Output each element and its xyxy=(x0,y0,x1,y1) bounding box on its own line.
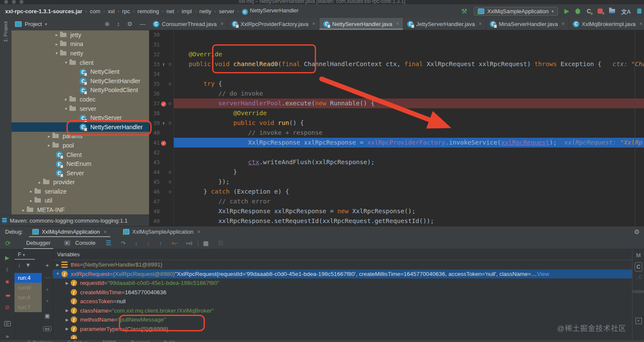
code-line[interactable]: @Override xyxy=(174,49,644,59)
statusbar-item[interactable]: Terminal xyxy=(131,340,149,342)
frame-item[interactable]: run:4 xyxy=(14,273,42,283)
tab-close-icon[interactable]: × xyxy=(197,229,200,235)
tab-close-icon[interactable]: × xyxy=(639,21,642,27)
code-line[interactable]: } catch (Exception e) { xyxy=(174,187,644,197)
tree-item-jetty[interactable]: ▸jetty xyxy=(12,30,149,40)
debug-button[interactable] xyxy=(575,9,580,14)
project-panel-title[interactable]: Project xyxy=(25,21,42,27)
tree-item-nettyclienthandler[interactable]: CNettyClientHandler xyxy=(12,76,149,86)
code-line[interactable]: ctx.writeAndFlush(xxlRpcResponse); xyxy=(174,157,644,167)
chevron-down-icon[interactable]: ▾ xyxy=(63,60,69,65)
scroll-up-icon[interactable]: ▲ xyxy=(42,287,53,291)
code-line[interactable]: public void run() { xyxy=(174,118,644,128)
gutter[interactable]: 41✓ xyxy=(149,138,174,148)
tree-item-provider[interactable]: ▸provider xyxy=(12,178,149,187)
gutter[interactable]: 30 xyxy=(149,30,174,40)
profiler-button[interactable] xyxy=(598,9,603,14)
code-line[interactable]: @Override xyxy=(174,108,644,118)
variable-row[interactable]: f xyxy=(53,333,632,339)
tree-item-codec[interactable]: ▸codec xyxy=(12,95,149,104)
chevron-right-icon[interactable]: ▸ xyxy=(20,208,27,212)
fold-icon[interactable]: ⊟ xyxy=(167,118,172,128)
editor-tab[interactable]: CXxlRpcProviderFactory.java× xyxy=(228,18,319,30)
chevron-down-icon[interactable]: ▾ xyxy=(45,22,47,26)
breadcrumb-item[interactable]: remoting xyxy=(137,8,160,14)
variable-row-xxlrpcrequest[interactable]: ▼fxxlRpcRequest = {XxlRpcRequest@8980} "… xyxy=(53,270,632,279)
statusbar-item[interactable]: 5: Debug xyxy=(68,340,88,342)
breadcrumb-item[interactable]: impl xyxy=(181,8,193,14)
force-step-into-icon[interactable]: ↓ xyxy=(147,240,150,246)
remove-watch-icon[interactable]: — xyxy=(42,274,53,281)
statusbar-item[interactable]: TODO xyxy=(102,340,116,342)
show-watches-icon[interactable]: oo xyxy=(42,326,53,331)
breakpoint-icon[interactable]: ✓ xyxy=(160,139,167,146)
breadcrumb-item[interactable]: netty xyxy=(198,8,212,14)
breakpoint-icon[interactable]: ✓ xyxy=(160,100,167,107)
code-line[interactable]: // do invoke xyxy=(174,89,644,99)
fold-icon[interactable]: ⊟ xyxy=(167,79,172,89)
code-line[interactable] xyxy=(174,30,644,40)
code-line[interactable]: }); xyxy=(174,177,644,187)
gutter[interactable]: 34 xyxy=(149,69,174,79)
locate-file-icon[interactable]: ⊕ xyxy=(105,20,110,27)
chevron-right-icon[interactable]: ▶ xyxy=(64,308,70,313)
maven-library-item[interactable]: Maven: commons-logging:commons-logging:1… xyxy=(0,214,149,226)
code-line[interactable]: // catch error xyxy=(174,197,644,206)
editor-tab[interactable]: CNettyServerHandler.java× xyxy=(319,18,403,30)
code-line[interactable]: // invoke + response xyxy=(174,128,644,138)
gutter[interactable]: 32 xyxy=(149,49,174,59)
override-gutter-icon[interactable]: ↑ xyxy=(160,120,167,126)
stop-button[interactable]: ■ xyxy=(0,278,14,285)
statusbar-item[interactable]: 6: Problems xyxy=(27,340,53,342)
fold-icon[interactable]: ⊟ xyxy=(167,167,172,177)
chevron-down-icon[interactable]: ▾ xyxy=(53,51,60,55)
tab-close-icon[interactable]: × xyxy=(312,21,315,27)
code-line[interactable] xyxy=(174,40,644,49)
fold-icon[interactable]: ⊟ xyxy=(167,99,172,108)
gutter[interactable]: 39↑⊟ xyxy=(149,118,174,128)
gutter[interactable]: 48 xyxy=(149,206,174,216)
chevron-right-icon[interactable]: ▶ xyxy=(64,327,70,331)
code-editor[interactable]: 303132 @Override33↑⊟ public void channel… xyxy=(149,30,644,226)
drop-frame-icon[interactable]: ×⌐ xyxy=(171,240,178,246)
gutter[interactable]: 36 xyxy=(149,89,174,99)
variable-row-requestid[interactable]: ▶frequestId = "99daaab8-c0d0-45e1-bdea-1… xyxy=(53,278,632,288)
step-into-icon[interactable]: ↓ xyxy=(135,240,138,246)
chevron-right-icon[interactable]: ▶ xyxy=(55,263,61,267)
tree-item-meta-inf[interactable]: ▸META-INF xyxy=(12,205,149,214)
code-line[interactable] xyxy=(174,148,644,157)
editor-tab[interactable]: CJettyServerHandler.java× xyxy=(403,18,486,30)
gutter[interactable]: 40 xyxy=(149,128,174,138)
tab-close-icon[interactable]: × xyxy=(479,21,482,27)
stripe-project-button[interactable]: 1: Project xyxy=(3,21,8,42)
translate-icon[interactable]: 文A xyxy=(621,7,631,15)
resume-button[interactable]: ▶ xyxy=(0,255,14,261)
chevron-right-icon[interactable]: ▸ xyxy=(28,189,34,194)
code-line[interactable]: xxlRpcResponse.setRequestId(xxlRpcReques… xyxy=(174,216,644,226)
gutter[interactable]: 46⊟ xyxy=(149,187,174,197)
gutter[interactable]: 45⊟ xyxy=(149,177,174,187)
step-out-icon[interactable]: ↑ xyxy=(159,240,162,246)
chevron-right-icon[interactable]: ▸ xyxy=(46,143,52,148)
gutter[interactable]: 38 xyxy=(149,108,174,118)
run-configuration-select[interactable]: XxlMqSampleApplication ▾ xyxy=(474,7,558,16)
chevron-right-icon[interactable]: ▸ xyxy=(46,134,52,139)
chevron-right-icon[interactable]: ▶ xyxy=(64,318,70,322)
gutter[interactable]: 35⊟ xyxy=(149,79,174,89)
scroll-down-icon[interactable]: ▼ xyxy=(42,299,53,303)
memory-tab-label[interactable]: M xyxy=(632,252,644,258)
memory-class-button[interactable]: C xyxy=(632,262,644,272)
debug-session-tab[interactable]: XxlMqAdminApplication× xyxy=(29,226,110,237)
breadcrumb-item[interactable]: CNettyServerHandler xyxy=(241,7,299,15)
code-line[interactable]: XxlRpcResponse xxlRpcResponse = xxlRpcPr… xyxy=(174,138,644,148)
toolbar-overflow-icon[interactable] xyxy=(637,9,641,14)
breadcrumb-item[interactable]: xxl xyxy=(107,8,115,14)
pause-button[interactable]: ‖ xyxy=(0,267,14,273)
chevron-right-icon[interactable]: ▸ xyxy=(53,32,60,37)
run-button[interactable]: ▶ xyxy=(564,7,569,15)
tree-item-nettyserver[interactable]: CNettyServer xyxy=(12,113,149,122)
gutter[interactable]: 33↑⊟ xyxy=(149,59,174,69)
copy-icon[interactable]: ▣ xyxy=(42,313,53,319)
fold-icon[interactable]: ⊟ xyxy=(167,187,172,197)
coverage-button[interactable]: C xyxy=(586,8,591,14)
